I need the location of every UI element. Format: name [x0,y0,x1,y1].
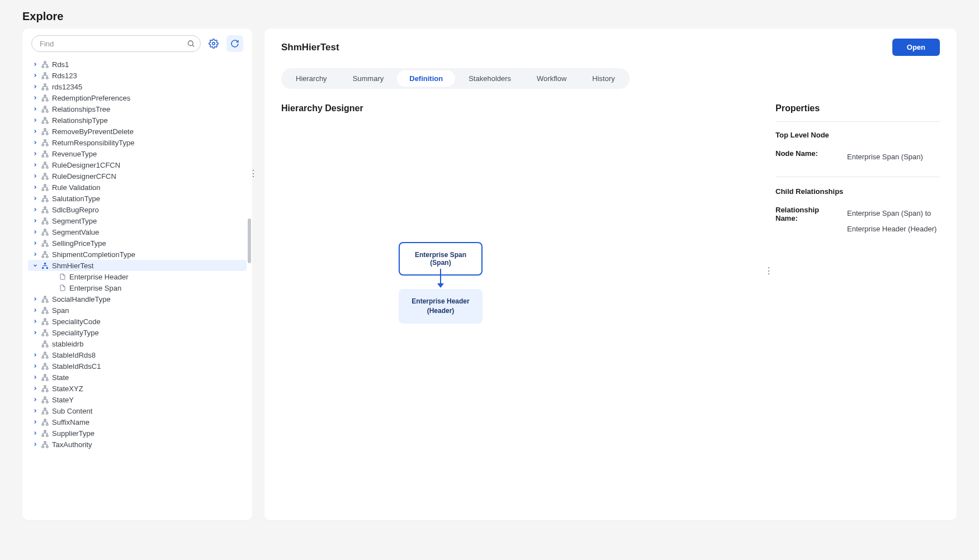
designer-canvas[interactable]: Enterprise Span (Span) Enterprise Header… [281,113,761,438]
panel-drag-handle[interactable]: ⋮ [249,168,257,179]
tree-item[interactable]: SpecialityType [28,327,247,338]
tree-item[interactable]: SocialHandleType [28,293,247,305]
tab-definition[interactable]: Definition [397,70,455,87]
settings-button[interactable] [205,35,222,52]
chevron-right-icon[interactable] [32,352,38,358]
tree-item-label: SalutationType [52,194,100,203]
refresh-icon [230,39,239,48]
chevron-right-icon[interactable] [32,251,38,257]
chevron-right-icon[interactable] [32,95,38,101]
tree-item[interactable]: ReturnResponsibilityType [28,137,247,148]
tree-item[interactable]: SpecialityCode [28,316,247,327]
tree-item[interactable]: SegmentType [28,215,247,226]
chevron-right-icon[interactable] [32,330,38,335]
chevron-down-icon[interactable] [32,263,38,268]
svg-rect-30 [44,162,46,164]
main-panel: ⋮ ShmHierTest Open HierarchySummaryDefin… [264,29,957,520]
chevron-right-icon[interactable] [32,218,38,224]
chevron-right-icon[interactable] [32,129,38,134]
tree-item[interactable]: ShipmentCompletionType [28,249,247,260]
svg-rect-26 [46,144,48,146]
chevron-right-icon[interactable] [32,430,38,436]
tree-item[interactable]: Rds1 [28,59,247,70]
tree-item[interactable]: rds12345 [28,81,247,92]
tree-item[interactable]: RuleDesigner1CFCN [28,159,247,170]
chevron-right-icon[interactable] [32,151,38,156]
tree-child-item[interactable]: Enterprise Header [28,271,247,282]
tree-item[interactable]: Sub Content [28,405,247,416]
chevron-right-icon[interactable] [32,374,38,380]
tab-workflow[interactable]: Workflow [524,70,579,87]
chevron-right-icon[interactable] [32,363,38,369]
tree-item-label: State [52,373,69,382]
chevron-right-icon[interactable] [32,140,38,145]
chevron-right-icon[interactable] [32,162,38,168]
svg-rect-41 [46,200,48,202]
chevron-right-icon[interactable] [32,196,38,201]
properties-drag-handle[interactable]: ⋮ [764,265,773,276]
chevron-right-icon[interactable] [32,73,38,78]
chevron-right-icon[interactable] [32,296,38,302]
chevron-right-icon[interactable] [32,117,38,123]
chevron-right-icon[interactable] [32,408,38,414]
tree-item[interactable]: StableIdRds8 [28,349,247,360]
tree-item[interactable]: StateXYZ [28,383,247,394]
svg-rect-61 [42,301,44,302]
tree-item[interactable]: Rule Validation [28,182,247,193]
tree-item[interactable]: SegmentValue [28,226,247,238]
tree-item[interactable]: State [28,372,247,383]
tree-item[interactable]: Span [28,305,247,316]
tree-item[interactable]: RelationshipsTree [28,103,247,115]
node-child[interactable]: Enterprise Header (Header) [399,289,483,324]
tree-item[interactable]: SuffixName [28,416,247,428]
svg-rect-79 [42,368,44,369]
tree-item[interactable]: SellingPriceType [28,238,247,249]
tree-item[interactable]: StateY [28,394,247,405]
chevron-right-icon[interactable] [32,307,38,313]
chevron-right-icon[interactable] [32,229,38,235]
svg-rect-75 [44,352,46,354]
tree-item[interactable]: TaxAuthority [28,439,247,450]
chevron-right-icon[interactable] [32,61,38,67]
chevron-right-icon[interactable] [32,207,38,212]
tree-item[interactable]: SdlcBugRepro [28,204,247,215]
svg-rect-87 [44,397,46,398]
tree-item[interactable]: RelationshipType [28,115,247,126]
chevron-right-icon[interactable] [32,386,38,391]
refresh-button[interactable] [226,35,243,52]
sitemap-icon [41,363,49,370]
tree-item[interactable]: RevenueType [28,148,247,159]
chevron-right-icon[interactable] [32,397,38,402]
chevron-right-icon[interactable] [32,184,38,190]
tree-child-item[interactable]: Enterprise Span [28,282,247,293]
tab-stakeholders[interactable]: Stakeholders [456,70,523,87]
tree-item[interactable]: ShmHierTest [28,260,247,271]
tree-item-label: StateXYZ [52,385,83,393]
tree-item[interactable]: RuleDesignerCFCN [28,170,247,182]
tree-item[interactable]: stableidrb [28,338,247,349]
chevron-right-icon[interactable] [32,240,38,246]
scrollbar-thumb[interactable] [248,219,251,263]
chevron-right-icon[interactable] [32,419,38,425]
tree-item[interactable]: RemoveByPreventDelete [28,126,247,137]
section-child-relationships: Child Relationships [775,187,940,196]
doc-icon [59,273,66,280]
tree-item[interactable]: StableIdRdsC1 [28,360,247,372]
tree-item[interactable]: SalutationType [28,193,247,204]
tree-item[interactable]: RedemptionPreferences [28,92,247,103]
open-button[interactable]: Open [892,39,940,56]
chevron-right-icon[interactable] [32,173,38,179]
tab-hierarchy[interactable]: Hierarchy [283,70,339,87]
tab-summary[interactable]: Summary [340,70,396,87]
svg-rect-73 [42,345,44,347]
tab-history[interactable]: History [580,70,627,87]
chevron-right-icon[interactable] [32,442,38,447]
search-input[interactable] [31,35,201,52]
tree-item[interactable]: SupplierType [28,428,247,439]
svg-rect-78 [44,363,46,365]
chevron-right-icon[interactable] [32,84,38,89]
tree-item[interactable]: Rds123 [28,70,247,81]
chevron-right-icon[interactable] [32,106,38,112]
chevron-right-icon[interactable] [32,319,38,324]
svg-rect-34 [42,178,44,179]
